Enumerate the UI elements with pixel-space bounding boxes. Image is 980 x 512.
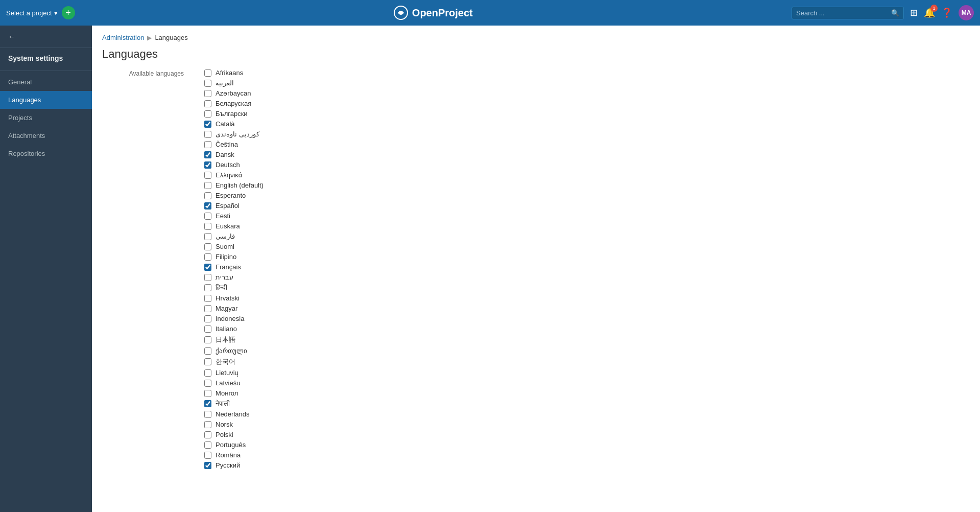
language-label-en[interactable]: English (default) <box>216 181 264 189</box>
language-checkbox-he[interactable] <box>204 274 211 281</box>
list-item: Deutsch <box>204 161 264 169</box>
language-checkbox-bg[interactable] <box>204 110 211 118</box>
language-label-ka[interactable]: ქართული <box>216 347 247 355</box>
language-label-ja[interactable]: 日本語 <box>216 335 235 344</box>
sidebar-item-projects[interactable]: Projects <box>0 109 92 127</box>
language-checkbox-be[interactable] <box>204 100 211 107</box>
language-checkbox-cs[interactable] <box>204 141 211 148</box>
language-checkbox-da[interactable] <box>204 151 211 158</box>
language-label-pt[interactable]: Português <box>216 441 246 449</box>
language-checkbox-fi[interactable] <box>204 243 211 250</box>
language-checkbox-et[interactable] <box>204 213 211 220</box>
language-checkbox-fa[interactable] <box>204 233 211 240</box>
language-label-el[interactable]: Ελληνικά <box>216 171 242 179</box>
language-label-eu[interactable]: Euskara <box>216 222 240 230</box>
language-checkbox-hu[interactable] <box>204 305 211 312</box>
language-checkbox-ko[interactable] <box>204 358 211 365</box>
language-checkbox-ar[interactable] <box>204 80 211 87</box>
language-label-mn[interactable]: Монгол <box>216 389 238 397</box>
language-label-ckb[interactable]: كوردیی ناوەندی <box>216 130 259 138</box>
list-item: Italiano <box>204 325 264 333</box>
sidebar-item-attachments[interactable]: Attachments <box>0 127 92 145</box>
sidebar-item-languages[interactable]: Languages <box>0 91 92 109</box>
list-item: Suomi <box>204 243 264 250</box>
language-label-id[interactable]: Indonesia <box>216 315 244 322</box>
language-checkbox-mn[interactable] <box>204 390 211 397</box>
language-checkbox-fr[interactable] <box>204 264 211 271</box>
language-label-hr[interactable]: Hrvatski <box>216 294 240 302</box>
language-checkbox-lv[interactable] <box>204 380 211 387</box>
language-checkbox-ja[interactable] <box>204 336 211 343</box>
language-label-be[interactable]: Беларуская <box>216 100 251 107</box>
language-label-pl[interactable]: Polski <box>216 431 233 438</box>
language-checkbox-en[interactable] <box>204 182 211 189</box>
language-label-he[interactable]: עברית <box>216 273 233 281</box>
list-item: नेपाली <box>204 400 264 408</box>
language-checkbox-pl[interactable] <box>204 431 211 438</box>
grid-icon[interactable]: ⊞ <box>910 7 918 18</box>
language-checkbox-ka[interactable] <box>204 347 211 355</box>
add-project-button[interactable]: + <box>62 6 75 19</box>
language-label-nl[interactable]: Nederlands <box>216 410 250 418</box>
language-checkbox-eo[interactable] <box>204 192 211 199</box>
language-label-lt[interactable]: Lietuvių <box>216 369 238 377</box>
language-label-af[interactable]: Afrikaans <box>216 69 243 77</box>
language-checkbox-es[interactable] <box>204 202 211 210</box>
language-label-cs[interactable]: Čeština <box>216 141 238 148</box>
avatar[interactable]: MA <box>959 5 974 20</box>
language-checkbox-ca[interactable] <box>204 121 211 128</box>
language-checkbox-id[interactable] <box>204 315 211 322</box>
language-label-ar[interactable]: العربية <box>216 79 234 87</box>
language-label-az[interactable]: Azərbaycan <box>216 89 251 97</box>
language-label-et[interactable]: Eesti <box>216 212 230 220</box>
language-checkbox-no[interactable] <box>204 421 211 428</box>
language-checkbox-af[interactable] <box>204 69 211 77</box>
language-label-fi[interactable]: Suomi <box>216 243 234 250</box>
search-box[interactable]: 🔍 <box>792 7 904 19</box>
language-checkbox-it[interactable] <box>204 325 211 333</box>
language-checkbox-hi[interactable] <box>204 284 211 291</box>
language-checkbox-ro[interactable] <box>204 452 211 459</box>
sidebar-item-general[interactable]: General <box>0 73 92 91</box>
help-icon[interactable]: ❓ <box>941 7 952 18</box>
language-label-ko[interactable]: 한국어 <box>216 357 235 366</box>
language-label-da[interactable]: Dansk <box>216 151 234 158</box>
list-item: Indonesia <box>204 315 264 322</box>
language-label-ca[interactable]: Català <box>216 120 235 128</box>
language-checkbox-el[interactable] <box>204 172 211 179</box>
project-selector[interactable]: Select a project ▾ <box>6 9 58 17</box>
sidebar-back-button[interactable]: ← <box>0 26 92 48</box>
language-label-ru[interactable]: Русский <box>216 461 240 469</box>
language-checkbox-de[interactable] <box>204 161 211 169</box>
language-label-hu[interactable]: Magyar <box>216 305 237 312</box>
language-checkbox-ne[interactable] <box>204 400 211 407</box>
list-item: ქართული <box>204 347 264 355</box>
search-input[interactable] <box>796 9 888 17</box>
breadcrumb-admin[interactable]: Administration <box>102 34 144 41</box>
language-checkbox-eu[interactable] <box>204 223 211 230</box>
language-checkbox-az[interactable] <box>204 90 211 97</box>
language-label-es[interactable]: Español <box>216 202 240 210</box>
language-label-bg[interactable]: Български <box>216 110 248 118</box>
language-label-fr[interactable]: Français <box>216 263 241 271</box>
list-item: Português <box>204 441 264 449</box>
language-label-ne[interactable]: नेपाली <box>216 400 230 408</box>
language-checkbox-hr[interactable] <box>204 295 211 302</box>
language-label-fa[interactable]: فارسی <box>216 232 235 240</box>
language-label-hi[interactable]: हिन्दी <box>216 284 227 292</box>
language-checkbox-ru[interactable] <box>204 462 211 469</box>
sidebar-item-repositories[interactable]: Repositories <box>0 145 92 162</box>
language-label-lv[interactable]: Latviešu <box>216 379 240 387</box>
language-checkbox-fil[interactable] <box>204 253 211 261</box>
language-label-de[interactable]: Deutsch <box>216 161 240 169</box>
language-label-fil[interactable]: Filipino <box>216 253 236 261</box>
notifications-icon[interactable]: 🔔 1 <box>924 7 935 18</box>
language-label-it[interactable]: Italiano <box>216 325 237 333</box>
language-label-eo[interactable]: Esperanto <box>216 192 246 199</box>
language-checkbox-ckb[interactable] <box>204 131 211 138</box>
language-label-ro[interactable]: Română <box>216 451 241 459</box>
language-checkbox-lt[interactable] <box>204 369 211 377</box>
language-checkbox-nl[interactable] <box>204 411 211 418</box>
language-checkbox-pt[interactable] <box>204 441 211 449</box>
language-label-no[interactable]: Norsk <box>216 421 233 428</box>
